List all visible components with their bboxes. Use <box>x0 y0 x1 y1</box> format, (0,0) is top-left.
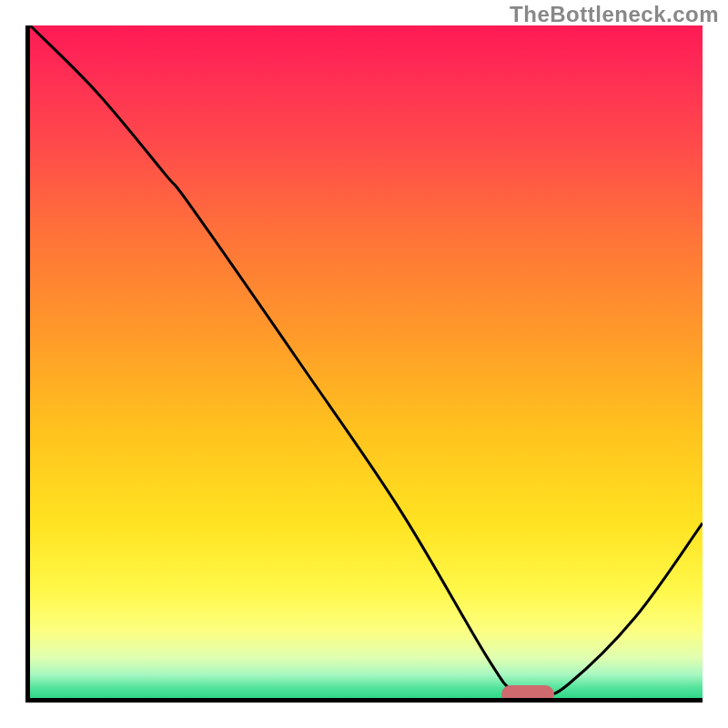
bottleneck-curve-path <box>30 25 703 696</box>
chart-plot-area <box>25 25 703 703</box>
watermark-text: TheBottleneck.com <box>510 2 719 27</box>
optimal-marker <box>501 685 554 703</box>
chart-curve <box>30 25 703 698</box>
